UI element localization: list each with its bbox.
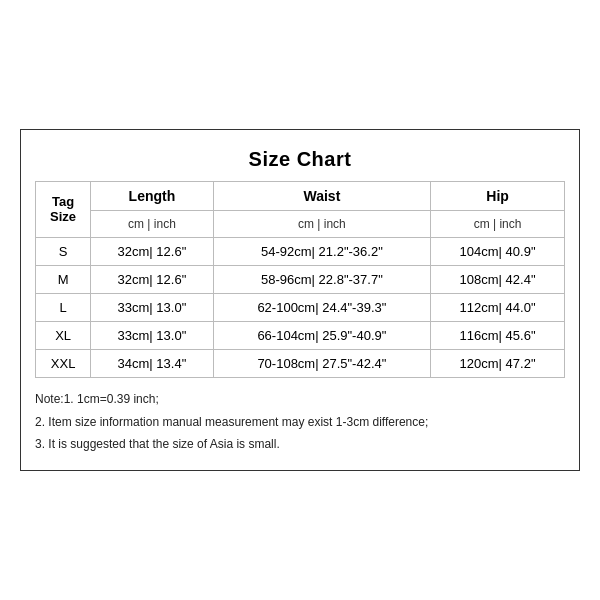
header-row-main: TagSize Length Waist Hip bbox=[36, 181, 565, 210]
waist-cell: 54-92cm| 21.2"-36.2" bbox=[213, 237, 430, 265]
table-row: S 32cm| 12.6" 54-92cm| 21.2"-36.2" 104cm… bbox=[36, 237, 565, 265]
waist-cell: 70-108cm| 27.5"-42.4" bbox=[213, 349, 430, 377]
length-cell: 33cm| 13.0" bbox=[91, 321, 213, 349]
waist-cell: 62-100cm| 24.4"-39.3" bbox=[213, 293, 430, 321]
tag-size-header: TagSize bbox=[36, 181, 91, 237]
size-chart-container: Size Chart TagSize Length Waist Hip cm |… bbox=[20, 129, 580, 471]
hip-sub: cm | inch bbox=[431, 210, 565, 237]
chart-title: Size Chart bbox=[35, 140, 565, 181]
size-cell: XXL bbox=[36, 349, 91, 377]
hip-cell: 104cm| 40.9" bbox=[431, 237, 565, 265]
waist-cell: 66-104cm| 25.9"-40.9" bbox=[213, 321, 430, 349]
table-row: XXL 34cm| 13.4" 70-108cm| 27.5"-42.4" 12… bbox=[36, 349, 565, 377]
waist-sub: cm | inch bbox=[213, 210, 430, 237]
hip-cell: 112cm| 44.0" bbox=[431, 293, 565, 321]
length-cell: 34cm| 13.4" bbox=[91, 349, 213, 377]
waist-cell: 58-96cm| 22.8"-37.7" bbox=[213, 265, 430, 293]
note-item-3: 3. It is suggested that the size of Asia… bbox=[35, 433, 565, 456]
hip-cell: 108cm| 42.4" bbox=[431, 265, 565, 293]
length-sub: cm | inch bbox=[91, 210, 213, 237]
note-item-2: 2. Item size information manual measurem… bbox=[35, 411, 565, 434]
size-cell: L bbox=[36, 293, 91, 321]
notes-section: Note:1. 1cm=0.39 inch;2. Item size infor… bbox=[35, 388, 565, 456]
header-row-sub: cm | inch cm | inch cm | inch bbox=[36, 210, 565, 237]
length-cell: 32cm| 12.6" bbox=[91, 265, 213, 293]
size-cell: XL bbox=[36, 321, 91, 349]
table-row: M 32cm| 12.6" 58-96cm| 22.8"-37.7" 108cm… bbox=[36, 265, 565, 293]
table-row: L 33cm| 13.0" 62-100cm| 24.4"-39.3" 112c… bbox=[36, 293, 565, 321]
length-cell: 32cm| 12.6" bbox=[91, 237, 213, 265]
length-cell: 33cm| 13.0" bbox=[91, 293, 213, 321]
length-header: Length bbox=[91, 181, 213, 210]
waist-header: Waist bbox=[213, 181, 430, 210]
size-table: TagSize Length Waist Hip cm | inch cm | … bbox=[35, 181, 565, 378]
size-cell: M bbox=[36, 265, 91, 293]
note-item-1: Note:1. 1cm=0.39 inch; bbox=[35, 388, 565, 411]
size-cell: S bbox=[36, 237, 91, 265]
hip-header: Hip bbox=[431, 181, 565, 210]
hip-cell: 116cm| 45.6" bbox=[431, 321, 565, 349]
hip-cell: 120cm| 47.2" bbox=[431, 349, 565, 377]
table-row: XL 33cm| 13.0" 66-104cm| 25.9"-40.9" 116… bbox=[36, 321, 565, 349]
